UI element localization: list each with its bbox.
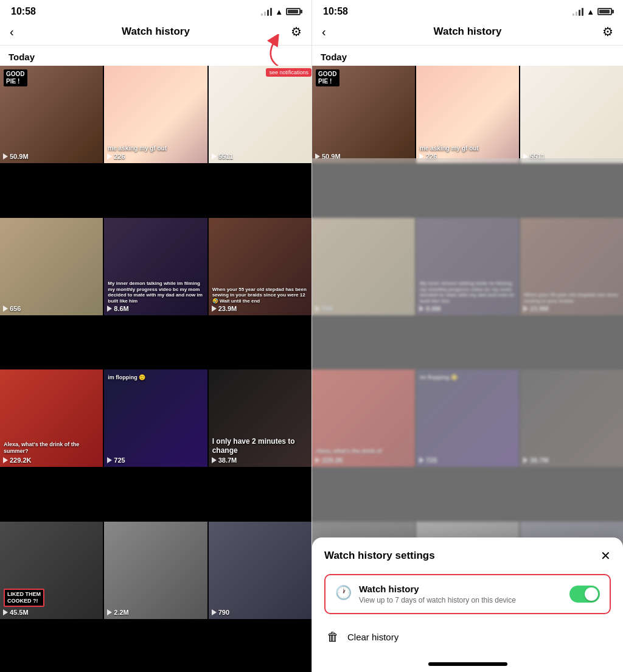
watch-history-toggle[interactable] bbox=[569, 586, 600, 603]
video-cell-r3: 5511 bbox=[520, 66, 623, 163]
bottom-sheet: Watch history settings ✕ 🕐 Watch history… bbox=[312, 537, 623, 672]
top-nav-right: ‹ Watch history ⚙ bbox=[312, 19, 623, 46]
video-cell-12[interactable]: 790 bbox=[209, 522, 312, 619]
video-label-5: My inner demon talking while im filming … bbox=[108, 281, 203, 304]
status-bar-right: 10:58 ▲ bbox=[312, 0, 623, 19]
video-badge-10: LIKED THEMCOOKED ?! bbox=[4, 589, 44, 607]
section-header-left: Today bbox=[0, 46, 312, 66]
status-time-left: 10:58 bbox=[11, 6, 36, 17]
home-indicator bbox=[428, 662, 507, 666]
signal-icon-left bbox=[261, 7, 272, 16]
video-label-6: When your 55 year old stepdad has been s… bbox=[212, 287, 308, 304]
video-label-8: im flopping 🙂 bbox=[108, 374, 203, 381]
status-time-right: 10:58 bbox=[323, 6, 348, 17]
settings-button-left[interactable]: ⚙ bbox=[282, 24, 302, 39]
video-cell-1[interactable]: GOODPIE ! 50.9M bbox=[0, 66, 103, 163]
settings-button-right[interactable]: ⚙ bbox=[594, 24, 613, 39]
section-header-right: Today bbox=[312, 46, 623, 66]
video-cell-4[interactable]: 656 bbox=[0, 218, 103, 315]
sheet-title: Watch history settings bbox=[324, 550, 435, 562]
notification-bar-3: see notifications bbox=[266, 68, 312, 77]
back-button-right[interactable]: ‹ bbox=[322, 25, 341, 39]
status-icons-left: ▲ bbox=[261, 7, 301, 16]
status-bar-left: 10:58 ▲ bbox=[0, 0, 312, 19]
video-count-7: 229.2K bbox=[3, 457, 31, 464]
video-count-5: 8.6M bbox=[107, 305, 128, 312]
history-title: Watch history bbox=[359, 584, 516, 594]
video-count-12: 790 bbox=[212, 609, 229, 616]
video-count-8: 725 bbox=[107, 457, 125, 464]
video-badge-1: GOODPIE ! bbox=[4, 69, 27, 86]
home-indicator-wrap bbox=[312, 662, 623, 666]
video-count-9: 38.7M bbox=[212, 457, 237, 464]
video-cell-3[interactable]: see notifications 5511 bbox=[209, 66, 312, 163]
video-count-10: 45.5M bbox=[3, 609, 29, 616]
history-subtitle: View up to 7 days of watch history on th… bbox=[359, 596, 516, 604]
trash-icon: 🗑 bbox=[327, 630, 339, 644]
back-button-left[interactable]: ‹ bbox=[10, 25, 29, 39]
video-cell-2[interactable]: me asking my gf out 226 bbox=[104, 66, 207, 163]
video-cell-6[interactable]: When your 55 year old stepdad has been s… bbox=[209, 218, 312, 315]
right-panel: 10:58 ▲ ‹ Watch history ⚙ Today GOODPIE … bbox=[312, 0, 623, 672]
sheet-header: Watch history settings ✕ bbox=[324, 550, 611, 562]
video-cell-8[interactable]: im flopping 🙂 725 bbox=[104, 369, 207, 467]
left-panel: 10:58 ▲ ‹ Watch history ⚙ Today bbox=[0, 0, 312, 672]
history-text-block: Watch history View up to 7 days of watch… bbox=[359, 584, 516, 604]
battery-icon-left bbox=[286, 8, 301, 15]
video-count-3: 5511 bbox=[212, 153, 233, 160]
page-title-right: Watch history bbox=[434, 26, 502, 38]
video-count-4: 656 bbox=[3, 305, 21, 312]
watch-history-row: 🕐 Watch history View up to 7 days of wat… bbox=[324, 574, 611, 614]
clear-history-label: Clear history bbox=[347, 632, 399, 642]
toggle-knob bbox=[585, 587, 598, 601]
page-title-left: Watch history bbox=[122, 26, 190, 38]
video-label-9: I only have 2 minutes to change bbox=[212, 437, 308, 455]
close-button[interactable]: ✕ bbox=[600, 550, 611, 562]
video-label-2: me asking my gf out bbox=[108, 145, 203, 152]
history-row-left: 🕐 Watch history View up to 7 days of wat… bbox=[335, 584, 569, 604]
signal-icon-right bbox=[573, 7, 583, 16]
video-cell-r2: me asking my gf out 226 bbox=[416, 66, 519, 163]
video-cell-r1: GOODPIE ! 50.9M bbox=[312, 66, 415, 163]
video-cell-10[interactable]: LIKED THEMCOOKED ?! 45.5M bbox=[0, 522, 103, 619]
video-label-7: Alexa, what's the drink of the summer? bbox=[4, 441, 99, 455]
status-icons-right: ▲ bbox=[573, 7, 612, 16]
top-nav-left: ‹ Watch history ⚙ bbox=[0, 19, 312, 46]
video-count-1: 50.9M bbox=[3, 153, 29, 160]
video-count-6: 23.9M bbox=[212, 305, 237, 312]
battery-icon-right bbox=[597, 8, 612, 15]
video-cell-11[interactable]: 2.2M bbox=[104, 522, 207, 619]
video-cell-7[interactable]: Alexa, what's the drink of the summer? 2… bbox=[0, 369, 103, 467]
video-count-11: 2.2M bbox=[107, 609, 128, 616]
video-grid-left: GOODPIE ! 50.9M me asking my gf out 226 … bbox=[0, 66, 312, 672]
history-icon: 🕐 bbox=[335, 585, 352, 601]
video-cell-9[interactable]: I only have 2 minutes to change 38.7M bbox=[209, 369, 312, 467]
clear-history-row[interactable]: 🗑 Clear history bbox=[324, 624, 611, 650]
wifi-icon-right: ▲ bbox=[586, 7, 594, 16]
wifi-icon-left: ▲ bbox=[275, 7, 283, 16]
video-count-2: 226 bbox=[107, 153, 125, 160]
video-cell-5[interactable]: My inner demon talking while im filming … bbox=[104, 218, 207, 315]
